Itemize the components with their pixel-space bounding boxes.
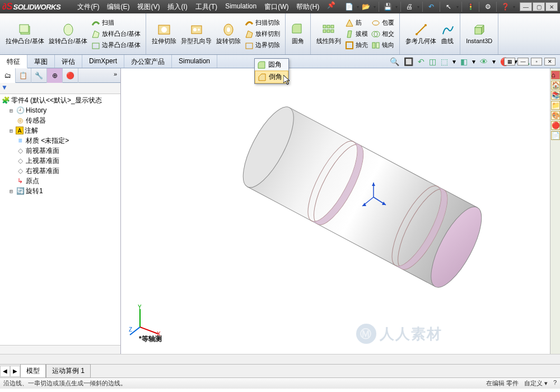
undo-icon[interactable]: ↶: [426, 1, 437, 12]
curve-button[interactable]: 曲线: [438, 15, 456, 53]
popup-fillet[interactable]: 圆角: [255, 59, 288, 71]
instant3d-button[interactable]: Instant3D: [464, 15, 494, 53]
fillet-button[interactable]: 圆角: [289, 21, 307, 48]
sweep-button[interactable]: 扫描: [90, 17, 142, 29]
tab-scroll-right[interactable]: ▶: [10, 366, 20, 377]
boundary-button[interactable]: 边界凸台/基体: [90, 40, 142, 51]
save-icon[interactable]: 💾: [382, 1, 393, 12]
hide-show-icon[interactable]: 👁: [480, 57, 488, 66]
doc-min-button[interactable]: —: [517, 58, 529, 66]
boundary-cut-button[interactable]: 边界切除: [243, 40, 282, 51]
open-icon[interactable]: 📂: [360, 1, 371, 12]
taskpane-palette-icon[interactable]: 🎨: [551, 111, 560, 120]
tree-material[interactable]: ≡材质 <未指定>: [0, 136, 120, 146]
fm-expand-icon[interactable]: »: [110, 68, 120, 82]
mirror-button[interactable]: 镜向: [370, 40, 396, 51]
revolve-boss-button[interactable]: 旋转凸台/基体: [46, 15, 90, 53]
menu-file[interactable]: 文件(F): [74, 1, 102, 13]
display-style-icon[interactable]: ◧: [460, 57, 468, 66]
taskpane-appearance-icon[interactable]: 🔴: [551, 121, 560, 130]
tab-sketch[interactable]: 草图: [27, 55, 55, 68]
taskpane-resources-icon[interactable]: ⌂: [551, 71, 560, 80]
fm-prop-tab[interactable]: 📋: [16, 68, 31, 83]
revolve-cut-button[interactable]: 旋转切除: [214, 15, 243, 53]
menu-sim[interactable]: Simulation: [222, 1, 260, 13]
minimize-button[interactable]: —: [520, 2, 532, 11]
loft-button[interactable]: 放样凸台/基体: [90, 29, 142, 40]
draft-button[interactable]: 拔模: [343, 29, 370, 40]
taskpane-custom-icon[interactable]: 📄: [551, 131, 560, 140]
options-icon[interactable]: ⚙: [482, 1, 493, 12]
taskpane-design-icon[interactable]: 🏠: [551, 81, 560, 90]
fm-dimx-tab[interactable]: ⊕: [47, 68, 63, 83]
linear-pattern-button[interactable]: 线性阵列: [314, 15, 343, 53]
intersect-button[interactable]: 相交: [370, 29, 396, 40]
tab-dimxpert[interactable]: DimXpert: [82, 55, 124, 68]
tab-features[interactable]: 特征: [0, 55, 27, 68]
doc-max-button[interactable]: ▫: [531, 58, 542, 66]
tree-sensors[interactable]: ◎传感器: [0, 115, 120, 125]
filter-icon[interactable]: ▼: [1, 83, 8, 91]
zoom-area-icon[interactable]: 🔲: [404, 57, 413, 66]
fm-config-tab[interactable]: 🔧: [31, 68, 47, 83]
tree-origin[interactable]: ↳原点: [0, 176, 120, 186]
tree-revolve1[interactable]: ⊞🔄旋转1: [0, 186, 120, 196]
tree-root[interactable]: 🧩零件4 (默认<<默认>_显示状态: [0, 95, 120, 105]
menu-insert[interactable]: 插入(I): [164, 1, 190, 13]
print-icon[interactable]: 🖨: [404, 1, 415, 12]
feature-tree[interactable]: 🧩零件4 (默认<<默认>_显示状态 ⊞🕘History ◎传感器 ⊞A注解 ≡…: [0, 94, 120, 345]
tree-history[interactable]: ⊞🕘History: [0, 105, 120, 115]
doc-close-button[interactable]: ✕: [544, 58, 556, 66]
loft-cut-button[interactable]: 放样切割: [243, 29, 282, 40]
h-scrollbar[interactable]: [0, 354, 560, 364]
maximize-button[interactable]: ▢: [533, 2, 545, 11]
tab-sim[interactable]: Simulation: [172, 55, 217, 68]
shell-button[interactable]: 抽壳: [343, 40, 370, 51]
popup-chamfer[interactable]: 倒角: [255, 71, 288, 83]
ref-geom-button[interactable]: 参考几何体: [403, 15, 438, 53]
bottom-tab-model[interactable]: 模型: [20, 364, 46, 378]
section-icon[interactable]: ◫: [429, 57, 436, 66]
pin-icon[interactable]: 📌: [327, 1, 335, 13]
status-custom[interactable]: 自定义 ▾: [524, 379, 548, 388]
taskpane-library-icon[interactable]: 📚: [551, 91, 560, 100]
view-orient-icon[interactable]: ⬚: [441, 57, 448, 66]
taskpane-explorer-icon[interactable]: 📁: [551, 101, 560, 110]
menu-help[interactable]: 帮助(H): [293, 1, 323, 13]
doc-views-icon[interactable]: ▦: [504, 58, 515, 66]
tree-top-plane[interactable]: ◇上视基准面: [0, 156, 120, 166]
select-icon[interactable]: ↖: [443, 1, 454, 12]
tab-scroll-left[interactable]: ◀: [0, 366, 10, 377]
app-logo: ∂SSOLIDWORKS: [2, 2, 60, 12]
menu-window[interactable]: 窗口(W): [261, 1, 292, 13]
new-icon[interactable]: 📄: [343, 1, 354, 12]
tree-annotations[interactable]: ⊞A注解: [0, 125, 120, 136]
extrude-cut-button[interactable]: 拉伸切除: [150, 15, 179, 53]
help-icon[interactable]: ❓: [500, 1, 511, 12]
rebuild-icon[interactable]: 🚦: [465, 1, 476, 12]
zoom-fit-icon[interactable]: 🔍: [390, 57, 399, 66]
hole-wizard-label: 异型孔向导: [181, 38, 212, 45]
graphics-area[interactable]: Y X Z *等轴测 Ⓜ人人素材 ⌂ 🏠 📚 📁 🎨 🔴 📄: [121, 68, 560, 354]
bottom-tab-motion[interactable]: 运动算例 1: [46, 364, 91, 378]
rib-button[interactable]: 筋: [343, 17, 370, 29]
sweep-cut-button[interactable]: 扫描切除: [243, 17, 282, 29]
boundary-cut-label: 边界切除: [255, 41, 280, 49]
tree-right-plane[interactable]: ◇右视基准面: [0, 166, 120, 176]
fm-display-tab[interactable]: 🔴: [63, 68, 78, 83]
fm-tree-tab[interactable]: 🗂: [0, 68, 16, 83]
wrap-button[interactable]: 包覆: [370, 17, 396, 29]
task-pane[interactable]: ⌂ 🏠 📚 📁 🎨 🔴 📄: [550, 68, 560, 354]
status-help-icon[interactable]: ?: [553, 379, 557, 388]
svg-marker-20: [346, 20, 353, 26]
tab-evaluate[interactable]: 评估: [55, 55, 82, 68]
menu-view[interactable]: 视图(V): [134, 1, 163, 13]
menu-edit[interactable]: 编辑(E): [104, 1, 133, 13]
tree-front-plane[interactable]: ◇前视基准面: [0, 146, 120, 156]
close-button[interactable]: ✕: [545, 2, 558, 11]
menu-tools[interactable]: 工具(T): [192, 1, 221, 13]
prev-view-icon[interactable]: ↶: [418, 57, 424, 66]
tab-office[interactable]: 办公室产品: [124, 55, 172, 68]
hole-wizard-button[interactable]: 异型孔向导: [179, 15, 214, 53]
extrude-boss-button[interactable]: 拉伸凸台/基体: [3, 15, 46, 53]
